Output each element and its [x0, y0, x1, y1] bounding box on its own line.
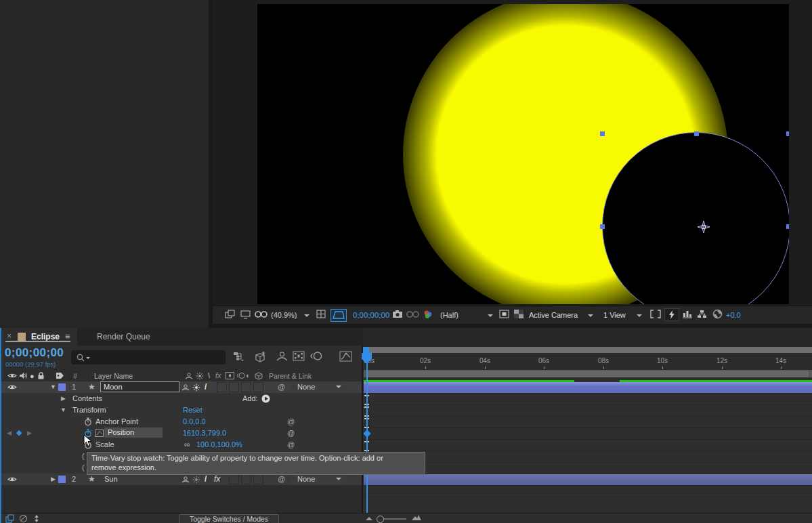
toggle-switches-modes-button[interactable]: Toggle Switches / Modes [179, 514, 279, 523]
moon-shape[interactable] [602, 132, 789, 304]
switch-cell[interactable] [241, 474, 251, 484]
solo-column-icon[interactable]: ● [30, 372, 35, 380]
comp-mini-flowchart-icon[interactable] [233, 351, 245, 362]
magnification-popup[interactable]: (40.9%) [271, 311, 297, 319]
sun-layer-bar[interactable] [364, 474, 812, 485]
collapse-switch-icon[interactable] [192, 476, 200, 484]
anchor-point-value[interactable]: 0.0,0.0 [183, 417, 206, 425]
twirl-closed-icon[interactable]: ▶ [51, 476, 56, 482]
position-value[interactable]: 1610.3,799.0 [183, 429, 226, 437]
parent-dropdown[interactable]: None [291, 474, 345, 484]
region-of-interest-icon[interactable] [499, 310, 509, 318]
switch-cell[interactable] [253, 474, 263, 484]
snapshot-camera-icon[interactable] [392, 310, 403, 318]
selection-handle-top-left[interactable] [600, 131, 605, 136]
contents-label[interactable]: Contents [72, 394, 102, 402]
add-shape-button[interactable] [261, 394, 270, 403]
comp-flowchart-icon[interactable] [697, 310, 707, 318]
project-panel[interactable] [0, 0, 209, 328]
motion-blur-icon[interactable] [310, 351, 322, 361]
parent-dropdown[interactable]: None [291, 382, 345, 392]
property-group-transform[interactable]: ▼ Transform Reset [1, 404, 362, 417]
layer-name-field[interactable]: Moon [100, 381, 179, 392]
parent-pick-whip-icon[interactable]: @ [278, 383, 285, 391]
3d-view-caret-icon[interactable] [588, 314, 593, 317]
twirl-closed-icon[interactable]: ▶ [61, 395, 66, 402]
shy-switch-icon[interactable] [185, 373, 193, 379]
switch-cell[interactable] [217, 382, 227, 392]
label-column-icon[interactable] [56, 372, 64, 379]
selection-handle-top-right[interactable] [786, 131, 789, 136]
adjustment-layer-switch-icon[interactable]: ◐ [246, 371, 251, 379]
search-icon[interactable] [77, 354, 86, 362]
selection-handle-mid-left[interactable] [600, 224, 605, 229]
anchor-point-icon[interactable] [697, 220, 710, 234]
layer-row-moon[interactable]: ▼ 1 ★ Moon / @ None [1, 381, 362, 394]
fast-previews-icon[interactable] [664, 308, 679, 321]
tab-eclipse[interactable]: × Eclipse ≡ [1, 328, 77, 346]
selection-handle-top-center[interactable] [694, 131, 699, 136]
expand-layer-switches-icon[interactable] [5, 514, 15, 523]
tab-render-queue[interactable]: Render Queue [97, 332, 150, 341]
video-eye-icon[interactable] [7, 384, 17, 390]
comp-viewport[interactable] [257, 4, 789, 304]
lock-column-icon[interactable] [37, 372, 45, 379]
expression-pick-whip-icon[interactable]: @ [287, 440, 295, 448]
3d-layer-switch-icon[interactable] [255, 372, 263, 380]
scale-value[interactable]: 100.0,100.0% [196, 440, 242, 448]
hide-shy-layers-icon[interactable] [276, 352, 288, 361]
transform-reset-link[interactable]: Reset [183, 406, 202, 414]
moon-layer-bar[interactable] [364, 382, 812, 393]
search-options-caret-icon[interactable] [86, 357, 90, 359]
quality-switch[interactable]: / [205, 474, 207, 484]
constrain-proportions-link-icon[interactable]: ∞ [184, 440, 190, 449]
always-preview-icon[interactable] [225, 310, 235, 319]
frame-blending-icon[interactable] [293, 351, 305, 361]
primary-viewer-icon[interactable] [240, 310, 251, 319]
keyframe-nav-next-icon[interactable]: ▶ [27, 430, 32, 436]
switch-cell[interactable] [241, 382, 251, 392]
graph-editor-set-icon[interactable] [95, 430, 104, 437]
video-eye-icon[interactable] [7, 476, 17, 482]
layer-row-sun[interactable]: ▶ 2 ★ Sun / fx @ None [1, 474, 362, 486]
selection-handle-mid-right[interactable] [786, 224, 789, 229]
timeline-zoom-slider-knob[interactable] [377, 516, 384, 523]
parent-link-column-header[interactable]: Parent & Link [269, 372, 312, 380]
property-group-contents[interactable]: ▶ Contents Add: [1, 393, 362, 405]
zoom-out-mountain-icon[interactable] [366, 516, 372, 521]
track-area[interactable] [363, 377, 812, 513]
search-input[interactable] [71, 350, 226, 364]
keyframe-nav-prev-icon[interactable]: ◀ [7, 430, 12, 436]
transparency-grid-icon[interactable] [514, 310, 523, 318]
transform-label[interactable]: Transform [72, 406, 106, 414]
property-row-scale[interactable]: Scale ∞ 100.0,100.0% @ [1, 439, 362, 451]
channel-settings-icon[interactable] [423, 310, 433, 319]
frame-blend-switch-icon[interactable] [226, 372, 234, 379]
twirl-open-icon[interactable]: ▼ [50, 383, 56, 390]
scale-label[interactable]: Scale [95, 440, 114, 448]
switch-cell[interactable] [229, 474, 239, 484]
keyframe-nav-diamond-icon[interactable]: ◆ [16, 428, 22, 437]
expression-pick-whip-icon[interactable]: @ [287, 417, 295, 425]
layer-label-swatch[interactable] [58, 476, 66, 483]
layer-name-column-header[interactable]: Layer Name [94, 372, 133, 380]
zoom-in-mountain-icon[interactable] [412, 514, 421, 521]
anchor-point-label[interactable]: Anchor Point [95, 417, 138, 425]
resolution-caret-icon[interactable] [488, 314, 493, 317]
time-navigator-start-handle[interactable] [363, 347, 369, 353]
grid-guides-options-icon[interactable] [316, 309, 327, 320]
switch-cell[interactable] [253, 382, 263, 392]
parent-pick-whip-icon[interactable]: @ [278, 475, 285, 483]
magnification-caret-icon[interactable] [304, 314, 309, 317]
switch-cell[interactable] [229, 382, 239, 392]
view-layout-popup[interactable]: 1 View [603, 311, 626, 319]
quality-switch-icon[interactable]: \ [208, 371, 210, 379]
property-row-anchor-point[interactable]: Anchor Point 0.0,0.0 @ [1, 416, 362, 428]
tab-eclipse-label[interactable]: Eclipse [31, 332, 60, 341]
twirl-open-icon[interactable]: ▼ [60, 406, 66, 413]
motion-blur-switch-icon[interactable] [236, 372, 245, 379]
expand-inout-panes-icon[interactable] [33, 514, 41, 523]
timeline-graph-icon[interactable] [682, 310, 693, 318]
comp-current-time[interactable]: 0;00;00;00 [353, 311, 389, 319]
stopwatch-icon[interactable] [84, 417, 92, 426]
